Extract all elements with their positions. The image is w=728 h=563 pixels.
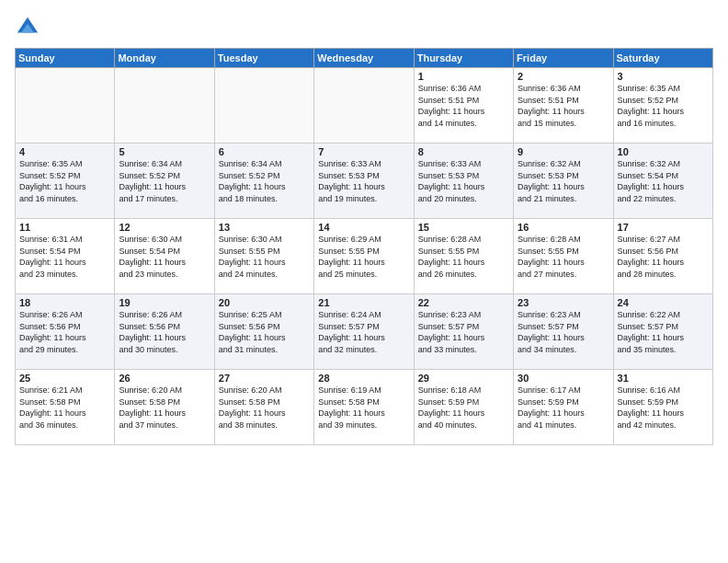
- week-row-5: 25Sunrise: 6:21 AM Sunset: 5:58 PM Dayli…: [16, 370, 713, 445]
- day-number: 23: [518, 297, 609, 308]
- week-row-3: 11Sunrise: 6:31 AM Sunset: 5:54 PM Dayli…: [16, 219, 713, 294]
- header: [15, 11, 713, 40]
- day-number: 26: [119, 373, 210, 384]
- day-info: Sunrise: 6:33 AM Sunset: 5:53 PM Dayligh…: [318, 158, 409, 204]
- calendar-cell: 20Sunrise: 6:25 AM Sunset: 5:56 PM Dayli…: [214, 294, 313, 370]
- day-info: Sunrise: 6:32 AM Sunset: 5:54 PM Dayligh…: [618, 158, 709, 204]
- day-number: 1: [418, 71, 509, 82]
- weekday-header-saturday: Saturday: [613, 49, 712, 68]
- day-number: 19: [119, 297, 210, 308]
- calendar-cell: 8Sunrise: 6:33 AM Sunset: 5:53 PM Daylig…: [414, 144, 513, 219]
- day-number: 8: [418, 146, 509, 157]
- calendar-cell: 1Sunrise: 6:36 AM Sunset: 5:51 PM Daylig…: [414, 68, 513, 144]
- calendar-cell: [115, 68, 214, 144]
- day-info: Sunrise: 6:22 AM Sunset: 5:57 PM Dayligh…: [618, 309, 709, 355]
- day-info: Sunrise: 6:18 AM Sunset: 5:59 PM Dayligh…: [418, 385, 509, 431]
- calendar-cell: 19Sunrise: 6:26 AM Sunset: 5:56 PM Dayli…: [115, 294, 214, 370]
- calendar-cell: 31Sunrise: 6:16 AM Sunset: 5:59 PM Dayli…: [613, 370, 712, 445]
- day-info: Sunrise: 6:20 AM Sunset: 5:58 PM Dayligh…: [119, 385, 210, 431]
- calendar-cell: 26Sunrise: 6:20 AM Sunset: 5:58 PM Dayli…: [115, 370, 214, 445]
- calendar-cell: 10Sunrise: 6:32 AM Sunset: 5:54 PM Dayli…: [613, 144, 712, 219]
- day-info: Sunrise: 6:25 AM Sunset: 5:56 PM Dayligh…: [219, 309, 310, 355]
- day-info: Sunrise: 6:28 AM Sunset: 5:55 PM Dayligh…: [418, 234, 509, 280]
- day-info: Sunrise: 6:26 AM Sunset: 5:56 PM Dayligh…: [19, 309, 110, 355]
- day-info: Sunrise: 6:30 AM Sunset: 5:54 PM Dayligh…: [119, 234, 210, 280]
- day-info: Sunrise: 6:29 AM Sunset: 5:55 PM Dayligh…: [318, 234, 409, 280]
- day-number: 18: [19, 297, 110, 308]
- calendar-cell: 16Sunrise: 6:28 AM Sunset: 5:55 PM Dayli…: [514, 219, 613, 294]
- day-number: 24: [618, 297, 709, 308]
- day-number: 25: [19, 373, 110, 384]
- day-info: Sunrise: 6:35 AM Sunset: 5:52 PM Dayligh…: [618, 83, 709, 129]
- day-info: Sunrise: 6:33 AM Sunset: 5:53 PM Dayligh…: [418, 158, 509, 204]
- day-number: 20: [219, 297, 310, 308]
- calendar-cell: 9Sunrise: 6:32 AM Sunset: 5:53 PM Daylig…: [514, 144, 613, 219]
- day-number: 3: [618, 71, 709, 82]
- calendar-cell: 17Sunrise: 6:27 AM Sunset: 5:56 PM Dayli…: [613, 219, 712, 294]
- day-number: 17: [618, 222, 709, 233]
- calendar-cell: 4Sunrise: 6:35 AM Sunset: 5:52 PM Daylig…: [16, 144, 115, 219]
- calendar-cell: [214, 68, 313, 144]
- day-number: 4: [19, 146, 110, 157]
- day-info: Sunrise: 6:23 AM Sunset: 5:57 PM Dayligh…: [518, 309, 609, 355]
- day-info: Sunrise: 6:17 AM Sunset: 5:59 PM Dayligh…: [518, 385, 609, 431]
- logo-icon: [15, 15, 40, 40]
- day-info: Sunrise: 6:36 AM Sunset: 5:51 PM Dayligh…: [518, 83, 609, 129]
- calendar-cell: 27Sunrise: 6:20 AM Sunset: 5:58 PM Dayli…: [214, 370, 313, 445]
- day-number: 12: [119, 222, 210, 233]
- day-number: 15: [418, 222, 509, 233]
- weekday-header-monday: Monday: [115, 49, 214, 68]
- calendar-cell: 13Sunrise: 6:30 AM Sunset: 5:55 PM Dayli…: [214, 219, 313, 294]
- calendar-cell: 29Sunrise: 6:18 AM Sunset: 5:59 PM Dayli…: [414, 370, 513, 445]
- calendar-cell: 23Sunrise: 6:23 AM Sunset: 5:57 PM Dayli…: [514, 294, 613, 370]
- calendar-cell: [16, 68, 115, 144]
- calendar-cell: 24Sunrise: 6:22 AM Sunset: 5:57 PM Dayli…: [613, 294, 712, 370]
- calendar-cell: [314, 68, 414, 144]
- day-info: Sunrise: 6:30 AM Sunset: 5:55 PM Dayligh…: [219, 234, 310, 280]
- calendar-cell: 5Sunrise: 6:34 AM Sunset: 5:52 PM Daylig…: [115, 144, 214, 219]
- day-info: Sunrise: 6:36 AM Sunset: 5:51 PM Dayligh…: [418, 83, 509, 129]
- day-number: 11: [19, 222, 110, 233]
- calendar-cell: 3Sunrise: 6:35 AM Sunset: 5:52 PM Daylig…: [613, 68, 712, 144]
- weekday-header-friday: Friday: [514, 49, 613, 68]
- calendar-table: SundayMondayTuesdayWednesdayThursdayFrid…: [15, 48, 713, 445]
- day-number: 7: [318, 146, 409, 157]
- day-number: 30: [518, 373, 609, 384]
- calendar-cell: 12Sunrise: 6:30 AM Sunset: 5:54 PM Dayli…: [115, 219, 214, 294]
- weekday-header-sunday: Sunday: [16, 49, 115, 68]
- day-number: 2: [518, 71, 609, 82]
- day-number: 5: [119, 146, 210, 157]
- day-info: Sunrise: 6:27 AM Sunset: 5:56 PM Dayligh…: [618, 234, 709, 280]
- day-info: Sunrise: 6:20 AM Sunset: 5:58 PM Dayligh…: [219, 385, 310, 431]
- calendar-cell: 6Sunrise: 6:34 AM Sunset: 5:52 PM Daylig…: [214, 144, 313, 219]
- day-info: Sunrise: 6:24 AM Sunset: 5:57 PM Dayligh…: [318, 309, 409, 355]
- calendar-cell: 7Sunrise: 6:33 AM Sunset: 5:53 PM Daylig…: [314, 144, 414, 219]
- day-number: 28: [318, 373, 409, 384]
- day-info: Sunrise: 6:19 AM Sunset: 5:58 PM Dayligh…: [318, 385, 409, 431]
- day-info: Sunrise: 6:23 AM Sunset: 5:57 PM Dayligh…: [418, 309, 509, 355]
- day-number: 13: [219, 222, 310, 233]
- calendar-cell: 22Sunrise: 6:23 AM Sunset: 5:57 PM Dayli…: [414, 294, 513, 370]
- day-number: 21: [318, 297, 409, 308]
- day-info: Sunrise: 6:31 AM Sunset: 5:54 PM Dayligh…: [19, 234, 110, 280]
- day-info: Sunrise: 6:21 AM Sunset: 5:58 PM Dayligh…: [19, 385, 110, 431]
- day-number: 16: [518, 222, 609, 233]
- weekday-header-row: SundayMondayTuesdayWednesdayThursdayFrid…: [16, 49, 713, 68]
- calendar-cell: 2Sunrise: 6:36 AM Sunset: 5:51 PM Daylig…: [514, 68, 613, 144]
- day-number: 10: [618, 146, 709, 157]
- calendar-cell: 15Sunrise: 6:28 AM Sunset: 5:55 PM Dayli…: [414, 219, 513, 294]
- calendar-cell: 18Sunrise: 6:26 AM Sunset: 5:56 PM Dayli…: [16, 294, 115, 370]
- day-number: 6: [219, 146, 310, 157]
- day-number: 22: [418, 297, 509, 308]
- day-info: Sunrise: 6:32 AM Sunset: 5:53 PM Dayligh…: [518, 158, 609, 204]
- day-info: Sunrise: 6:28 AM Sunset: 5:55 PM Dayligh…: [518, 234, 609, 280]
- page: SundayMondayTuesdayWednesdayThursdayFrid…: [0, 0, 728, 563]
- weekday-header-wednesday: Wednesday: [314, 49, 414, 68]
- day-number: 14: [318, 222, 409, 233]
- day-info: Sunrise: 6:34 AM Sunset: 5:52 PM Dayligh…: [119, 158, 210, 204]
- day-number: 31: [618, 373, 709, 384]
- calendar-cell: 11Sunrise: 6:31 AM Sunset: 5:54 PM Dayli…: [16, 219, 115, 294]
- day-info: Sunrise: 6:16 AM Sunset: 5:59 PM Dayligh…: [618, 385, 709, 431]
- weekday-header-thursday: Thursday: [414, 49, 513, 68]
- day-info: Sunrise: 6:26 AM Sunset: 5:56 PM Dayligh…: [119, 309, 210, 355]
